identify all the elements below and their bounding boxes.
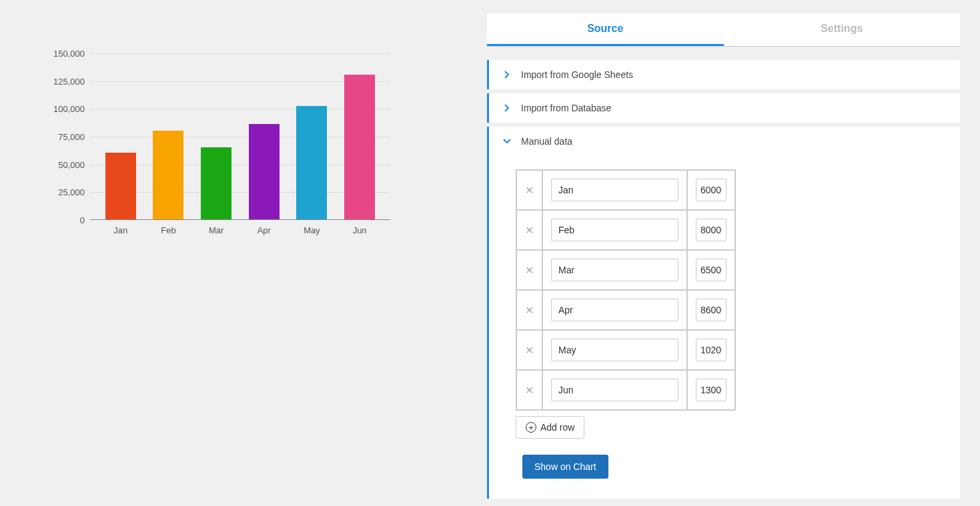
accordion-label: Import from Database [521,103,611,113]
delete-row-button[interactable]: ✕ [525,264,534,277]
config-tabs: Source Settings [487,13,960,47]
value-cell [687,210,735,250]
value-input[interactable] [696,299,726,321]
bar [153,131,183,219]
label-cell [542,330,687,370]
accordion-label: Manual data [521,136,572,147]
accordion-label: Import from Google Sheets [521,69,633,80]
label-cell [542,210,687,250]
y-tick-label: 75,000 [40,132,85,142]
value-input[interactable] [696,379,726,401]
manual-data-table: ✕✕✕✕✕✕ [516,169,736,411]
table-row: ✕ [516,330,735,370]
x-axis-labels: JanFebMarAprMayJun [90,225,390,235]
delete-row-button[interactable]: ✕ [525,344,534,357]
y-tick-label: 25,000 [40,187,85,197]
manual-data-body: ✕✕✕✕✕✕ + Add row Show on Chart [489,156,960,499]
accordion-import-db: Import from Database [487,93,960,123]
y-tick-label: 0 [40,215,85,225]
value-input[interactable] [696,179,726,201]
bars-group [90,53,390,219]
delete-cell: ✕ [516,290,542,330]
category-input[interactable] [551,339,678,361]
plus-circle-icon: + [526,422,536,433]
value-cell [687,290,735,330]
category-input[interactable] [551,219,678,241]
accordion-header-db[interactable]: Import from Database [489,93,960,123]
show-on-chart-button[interactable]: Show on Chart [522,455,608,479]
value-input[interactable] [696,219,726,241]
bar [296,106,327,219]
value-cell [687,170,735,210]
delete-cell: ✕ [516,250,542,290]
x-tick-label: Mar [201,225,231,235]
y-tick-label: 100,000 [40,104,85,114]
table-row: ✕ [516,370,735,410]
bar [201,147,231,219]
table-row: ✕ [516,170,735,210]
x-tick-label: Jun [344,225,375,235]
x-tick-label: May [296,225,327,235]
delete-row-button[interactable]: ✕ [525,384,534,397]
chevron-right-icon [502,70,512,79]
delete-cell: ✕ [516,330,542,370]
label-cell [542,370,687,410]
x-tick-label: Apr [249,225,280,235]
x-tick-label: Feb [153,225,183,235]
y-axis: 025,00050,00075,000100,000125,000150,000 [40,53,90,220]
value-input[interactable] [696,339,726,361]
delete-cell: ✕ [516,170,542,210]
delete-cell: ✕ [516,210,542,250]
y-tick-label: 150,000 [40,49,85,59]
bar [105,153,136,219]
bar-chart: 025,00050,00075,000100,000125,000150,000… [40,53,394,247]
label-cell [542,170,687,210]
value-cell [687,370,735,410]
label-cell [542,290,687,330]
y-tick-label: 50,000 [40,159,85,169]
value-input[interactable] [696,259,726,281]
accordion-import-sheets: Import from Google Sheets [487,60,960,89]
tab-source[interactable]: Source [487,13,724,46]
table-row: ✕ [516,210,735,250]
y-tick-label: 125,000 [40,76,85,86]
delete-row-button[interactable]: ✕ [525,184,534,197]
plot-area [90,53,390,220]
tab-settings[interactable]: Settings [724,13,961,46]
bar [249,124,280,219]
bar [344,75,375,219]
accordion-header-sheets[interactable]: Import from Google Sheets [489,60,960,89]
table-row: ✕ [516,290,735,330]
accordion-header-manual[interactable]: Manual data [489,127,960,156]
table-row: ✕ [516,250,735,290]
delete-row-button[interactable]: ✕ [525,224,534,237]
category-input[interactable] [551,379,678,401]
chevron-down-icon [502,137,512,146]
category-input[interactable] [551,179,678,201]
value-cell [687,250,735,290]
config-panel: Source Settings Import from Google Sheet… [487,0,980,506]
label-cell [542,250,687,290]
delete-row-button[interactable]: ✕ [525,304,534,317]
value-cell [687,330,735,370]
accordion-manual-data: Manual data ✕✕✕✕✕✕ + Add row Show on Cha… [487,127,960,499]
chart-panel: 025,00050,00075,000100,000125,000150,000… [0,0,487,506]
add-row-label: Add row [540,422,574,433]
chevron-right-icon [502,103,512,113]
add-row-button[interactable]: + Add row [516,416,584,439]
category-input[interactable] [551,299,678,321]
category-input[interactable] [551,259,678,281]
source-accordion: Import from Google Sheets Import from Da… [487,60,960,499]
x-tick-label: Jan [105,225,136,235]
delete-cell: ✕ [516,370,542,410]
